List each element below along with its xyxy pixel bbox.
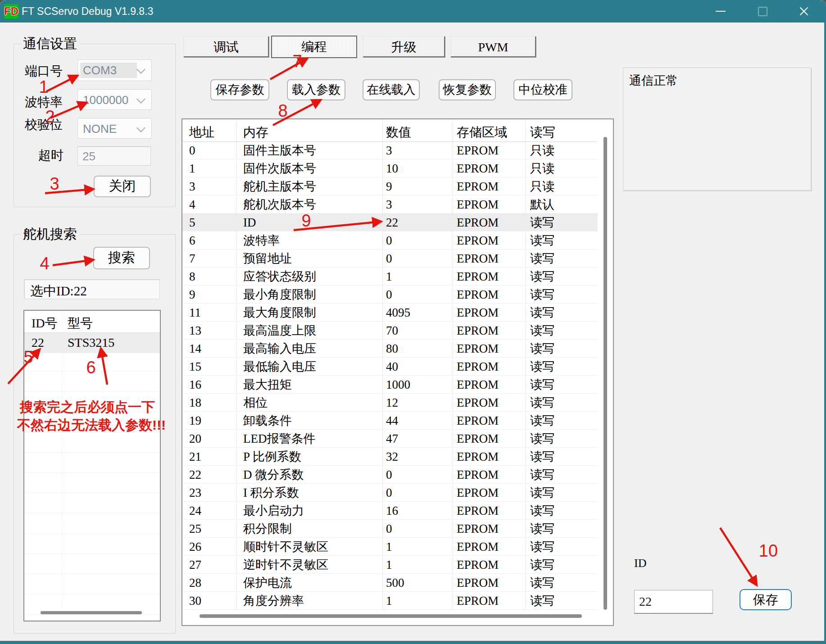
table-cell: 读写: [530, 576, 554, 590]
table-row[interactable]: 28保护电流500EPROM读写: [182, 574, 598, 592]
table-row[interactable]: 1固件次版本号10EPROM只读: [182, 159, 598, 177]
table-cell: EPROM: [457, 522, 499, 535]
table-row[interactable]: 8应答状态级别1EPROM读写: [182, 268, 598, 286]
parity-value: NONE: [80, 121, 137, 136]
close-button[interactable]: [794, 0, 814, 23]
servo-list-empty-row[interactable]: [24, 473, 160, 493]
restore-params-button[interactable]: 恢复参数: [439, 79, 496, 100]
table-cell: 读写: [530, 270, 554, 283]
save-id-button[interactable]: 保存: [740, 589, 792, 610]
annotation-7: 7: [292, 52, 302, 71]
servo-list-empty-row[interactable]: [24, 574, 160, 594]
servo-list-row[interactable]: 22STS3215: [24, 333, 160, 353]
minimize-button[interactable]: [710, 0, 731, 23]
table-row[interactable]: 13最高温度上限70EPROM读写: [182, 322, 598, 340]
table-row[interactable]: 14最高输入电压80EPROM读写: [182, 340, 598, 358]
tab-program[interactable]: 编程: [271, 36, 357, 58]
load-params-button[interactable]: 载入参数: [287, 79, 345, 100]
col-address: 地址: [189, 124, 214, 141]
table-cell: 1: [386, 558, 392, 571]
table-row[interactable]: 6波特率0EPROM读写: [182, 231, 598, 249]
table-cell: D 微分系数: [243, 468, 304, 481]
table-cell: 28: [189, 576, 201, 590]
timeout-label: 超时: [38, 149, 64, 162]
table-cell: EPROM: [457, 360, 499, 373]
servo-model-cell: STS3215: [68, 336, 114, 350]
online-load-button[interactable]: 在线载入: [363, 79, 420, 100]
table-row[interactable]: 20LED报警条件47EPROM读写: [182, 430, 598, 448]
table-cell: 1: [386, 270, 392, 283]
table-cell: 积分限制: [243, 522, 292, 535]
app-window: FD FT SCServo Debug V1.9.8.3 通信设置 端口号 CO…: [0, 0, 826, 644]
timeout-input[interactable]: 25: [77, 146, 151, 166]
table-row[interactable]: 3舵机主版本号9EPROM只读: [182, 177, 598, 195]
table-row[interactable]: 19卸载条件44EPROM读写: [182, 412, 598, 430]
table-cell: 0: [189, 144, 195, 157]
table-row[interactable]: 24最小启动力16EPROM读写: [182, 502, 598, 520]
tab-debug[interactable]: 调试: [183, 36, 269, 57]
servo-list-empty-row[interactable]: [24, 432, 160, 453]
table-row[interactable]: 23I 积分系数0EPROM读写: [182, 484, 598, 502]
save-params-button[interactable]: 保存参数: [210, 79, 269, 100]
selected-id-panel: 选中ID:22: [24, 279, 160, 299]
search-button[interactable]: 搜索: [93, 247, 150, 269]
servo-list-empty-row[interactable]: [24, 453, 160, 473]
table-cell: 26: [189, 540, 201, 553]
baud-combobox[interactable]: 1000000: [77, 89, 152, 110]
servo-list-empty-row[interactable]: [24, 493, 160, 513]
servo-list-empty-row[interactable]: [24, 554, 160, 574]
col-memory: 内存: [243, 124, 268, 141]
list-hscrollbar[interactable]: [41, 611, 142, 614]
servo-list-empty-row[interactable]: [24, 513, 160, 534]
table-row[interactable]: 7预留地址0EPROM读写: [182, 249, 598, 268]
table-row[interactable]: 15最低输入电压40EPROM读写: [182, 358, 598, 376]
table-row[interactable]: 16最大扭矩1000EPROM读写: [182, 376, 598, 394]
table-cell: I 积分系数: [243, 486, 299, 499]
table-row[interactable]: 4舵机次版本号3EPROM默认: [182, 195, 598, 213]
table-cell: 9: [189, 288, 195, 301]
servo-list-empty-row[interactable]: [24, 534, 160, 554]
annotation-9: 9: [301, 211, 311, 231]
annotation-10: 10: [759, 541, 778, 561]
table-cell: EPROM: [457, 396, 499, 409]
servo-list-header: ID号 型号: [24, 311, 160, 333]
center-calibrate-button[interactable]: 中位校准: [513, 79, 572, 100]
baud-value: 1000000: [80, 92, 137, 107]
table-row[interactable]: 30角度分辨率1EPROM读写: [182, 592, 598, 610]
table-cell: 只读: [530, 144, 554, 157]
status-text: 通信正常: [629, 74, 678, 87]
table-row[interactable]: 0固件主版本号3EPROM只读: [182, 141, 598, 159]
port-combobox[interactable]: COM3: [77, 59, 152, 81]
tab-pwm[interactable]: PWM: [450, 36, 536, 57]
table-cell: 读写: [530, 522, 554, 535]
table-row[interactable]: 11最大角度限制4095EPROM读写: [182, 304, 598, 322]
annotation-8: 8: [278, 101, 287, 121]
table-cell: 12: [386, 396, 398, 409]
table-row[interactable]: 26顺时针不灵敏区1EPROM读写: [182, 538, 598, 556]
table-row[interactable]: 21P 比例系数32EPROM读写: [182, 448, 598, 466]
table-row[interactable]: 25积分限制0EPROM读写: [182, 520, 598, 538]
table-row[interactable]: 22D 微分系数0EPROM读写: [182, 466, 598, 484]
param-table[interactable]: 地址 内存 数值 存储区域 读写 0固件主版本号3EPROM只读1固件次版本号1…: [182, 118, 614, 626]
table-row[interactable]: 18相位12EPROM读写: [182, 394, 598, 412]
table-cell: 默认: [530, 198, 554, 211]
table-row[interactable]: 5ID22EPROM读写: [182, 213, 598, 231]
close-port-button[interactable]: 关闭: [94, 176, 151, 197]
id-input[interactable]: 22: [634, 590, 713, 614]
table-row[interactable]: 9最小角度限制0EPROM读写: [182, 286, 598, 304]
table-cell: 读写: [530, 594, 554, 608]
table-cell: 只读: [530, 162, 554, 175]
table-row[interactable]: 27逆时针不灵敏区1EPROM读写: [182, 556, 598, 574]
parity-combobox[interactable]: NONE: [77, 118, 152, 139]
table-cell: 3: [386, 144, 392, 157]
table-vscrollbar[interactable]: [604, 137, 607, 610]
annotation-5: 5: [23, 348, 33, 367]
table-cell: 19: [189, 414, 201, 427]
table-cell: 舵机次版本号: [243, 198, 316, 211]
tab-upgrade[interactable]: 升级: [363, 36, 445, 57]
servo-list[interactable]: ID号 型号 22STS3215: [23, 310, 161, 621]
table-cell: EPROM: [457, 306, 499, 319]
maximize-button[interactable]: [752, 0, 772, 23]
table-cell: EPROM: [457, 198, 499, 211]
table-hscrollbar[interactable]: [200, 614, 582, 618]
